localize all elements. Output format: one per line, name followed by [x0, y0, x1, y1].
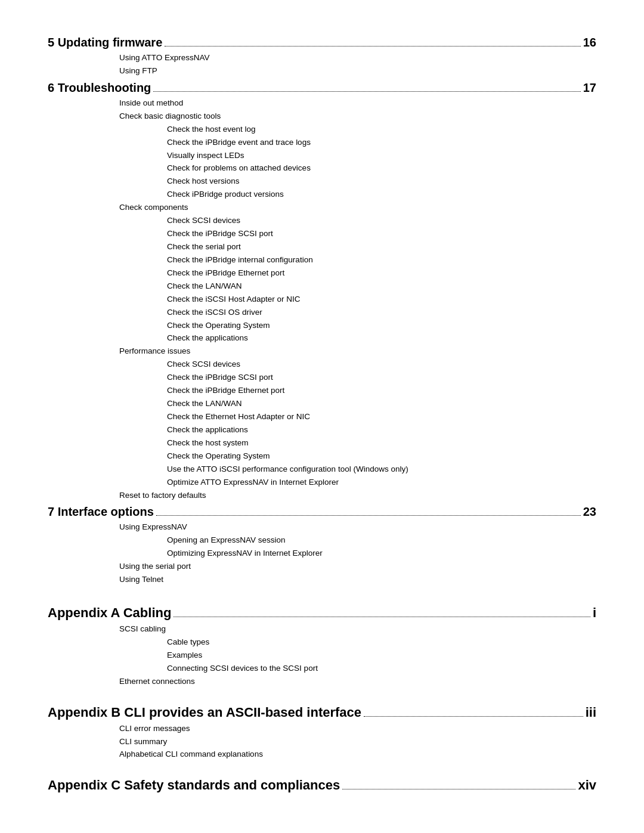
- toc-item: Check for problems on attached devices: [167, 162, 596, 175]
- appendix-title: Appendix B CLI provides an ASCII-based i…: [48, 705, 596, 720]
- toc-item: Check the Ethernet Host Adapter or NIC: [167, 411, 596, 423]
- toc-item: Using ATTO ExpressNAV: [119, 52, 596, 64]
- toc-item: Using the serial port: [119, 561, 596, 573]
- chapter-title: 7 Interface options 23: [48, 505, 596, 519]
- title-text: 7 Interface options: [48, 505, 154, 519]
- title-text: 5 Updating firmware: [48, 36, 162, 49]
- toc-item: Performance issues: [119, 345, 596, 358]
- toc-item: Using Telnet: [119, 574, 596, 586]
- toc-item: Inside out method: [119, 97, 596, 110]
- toc-item: Check the Operating System: [167, 450, 596, 463]
- toc-item: Check the iSCSI OS driver: [167, 306, 596, 319]
- toc-item: Check the serial port: [167, 241, 596, 253]
- title-text: Appendix C Safety standards and complian…: [48, 778, 340, 793]
- toc-dots: [165, 46, 580, 47]
- title-text: 6 Troubleshooting: [48, 81, 151, 95]
- toc-item: Check the Operating System: [167, 320, 596, 332]
- toc-item: Check host versions: [167, 175, 596, 188]
- page-number: 17: [583, 81, 596, 95]
- toc-item: Check components: [119, 202, 596, 214]
- toc-section-chapter6: 6 Troubleshooting 17Inside out methodChe…: [48, 81, 596, 502]
- toc-item: Check iPBridge product versions: [167, 188, 596, 201]
- toc-item: Opening an ExpressNAV session: [167, 534, 596, 547]
- toc-item: Cable types: [167, 636, 596, 649]
- page-number: 16: [583, 36, 596, 49]
- toc-item: Check the LAN/WAN: [167, 280, 596, 293]
- toc-item: Check the iSCSI Host Adapter or NIC: [167, 293, 596, 306]
- toc-section-appendixC: Appendix C Safety standards and complian…: [48, 778, 596, 793]
- toc-item: Check the iPBridge event and trace logs: [167, 137, 596, 149]
- toc-item: Check the applications: [167, 424, 596, 436]
- toc-item: Ethernet connections: [119, 676, 596, 688]
- toc-dots: [342, 789, 575, 789]
- chapter-title: 6 Troubleshooting 17: [48, 81, 596, 95]
- title-text: Appendix A Cabling: [48, 605, 171, 621]
- page-number: 23: [583, 505, 596, 519]
- toc-dots: [174, 617, 590, 617]
- page-number: i: [593, 605, 596, 621]
- toc-item: Examples: [167, 649, 596, 662]
- toc-section-appendixA: Appendix A Cabling iSCSI cablingCable ty…: [48, 605, 596, 688]
- toc-item: Check the host system: [167, 437, 596, 450]
- page-number: iii: [586, 705, 596, 720]
- toc-item: Use the ATTO iSCSI performance configura…: [167, 463, 596, 476]
- toc-item: Using FTP: [119, 65, 596, 78]
- toc-item: Check SCSI devices: [167, 358, 596, 371]
- toc-item: CLI summary: [119, 736, 596, 748]
- toc-item: Visually inspect LEDs: [167, 150, 596, 162]
- toc-section-chapter7: 7 Interface options 23Using ExpressNAVOp…: [48, 505, 596, 586]
- toc-item: SCSI cabling: [119, 623, 596, 636]
- toc-item: Check the iPBridge SCSI port: [167, 371, 596, 384]
- appendix-title: Appendix A Cabling i: [48, 605, 596, 621]
- toc-item: Using ExpressNAV: [119, 521, 596, 534]
- page-number: xiv: [578, 778, 596, 793]
- toc-item: Check the applications: [167, 332, 596, 345]
- toc-item: Connecting SCSI devices to the SCSI port: [167, 662, 596, 675]
- toc-item: Optimize ATTO ExpressNAV in Internet Exp…: [167, 476, 596, 489]
- toc-item: Check the host event log: [167, 123, 596, 136]
- toc-item: Check the iPBridge Ethernet port: [167, 267, 596, 280]
- chapter-title: 5 Updating firmware 16: [48, 36, 596, 49]
- table-of-contents: 5 Updating firmware 16Using ATTO Express…: [48, 36, 596, 793]
- toc-item: Check the iPBridge SCSI port: [167, 228, 596, 240]
- toc-item: Check the iPBridge Ethernet port: [167, 385, 596, 397]
- toc-item: Optimizing ExpressNAV in Internet Explor…: [167, 547, 596, 560]
- title-text: Appendix B CLI provides an ASCII-based i…: [48, 705, 361, 720]
- toc-item: Check the iPBridge internal configuratio…: [167, 254, 596, 267]
- toc-item: Check the LAN/WAN: [167, 398, 596, 410]
- toc-item: Reset to factory defaults: [119, 490, 596, 502]
- toc-dots: [364, 716, 583, 717]
- toc-dots: [156, 515, 581, 516]
- toc-item: Alphabetical CLI command explanations: [119, 748, 596, 761]
- toc-section-chapter5: 5 Updating firmware 16Using ATTO Express…: [48, 36, 596, 78]
- toc-item: CLI error messages: [119, 723, 596, 735]
- toc-item: Check basic diagnostic tools: [119, 110, 596, 123]
- toc-dots: [153, 91, 580, 92]
- toc-section-appendixB: Appendix B CLI provides an ASCII-based i…: [48, 705, 596, 761]
- toc-item: Check SCSI devices: [167, 215, 596, 227]
- appendix-title: Appendix C Safety standards and complian…: [48, 778, 596, 793]
